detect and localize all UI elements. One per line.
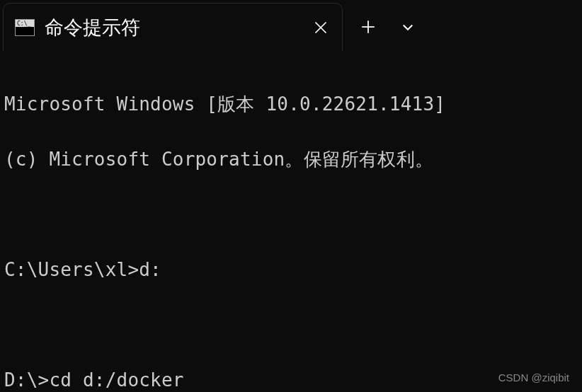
new-tab-button[interactable]: [348, 7, 388, 47]
cmd-icon: [15, 19, 35, 36]
terminal-line: [4, 201, 578, 229]
close-icon: [314, 21, 328, 35]
tab-dropdown-button[interactable]: [388, 7, 428, 47]
tab-title: 命令提示符: [45, 15, 305, 40]
terminal-line: C:\Users\xl>d:: [4, 256, 578, 284]
plus-icon: [361, 20, 375, 34]
terminal-line: D:\>cd d:/docker: [4, 367, 578, 392]
close-tab-button[interactable]: [305, 12, 336, 43]
terminal-line: [4, 311, 578, 339]
title-actions: [343, 3, 428, 51]
terminal-tab[interactable]: 命令提示符: [3, 3, 343, 51]
terminal-line: (c) Microsoft Corporation。保留所有权利。: [4, 146, 578, 173]
terminal-line: Microsoft Windows [版本 10.0.22621.1413]: [4, 91, 578, 118]
watermark: CSDN @ziqibit: [498, 371, 569, 384]
title-bar: 命令提示符: [0, 0, 582, 53]
chevron-down-icon: [401, 20, 415, 34]
terminal-output[interactable]: Microsoft Windows [版本 10.0.22621.1413] (…: [0, 53, 582, 392]
